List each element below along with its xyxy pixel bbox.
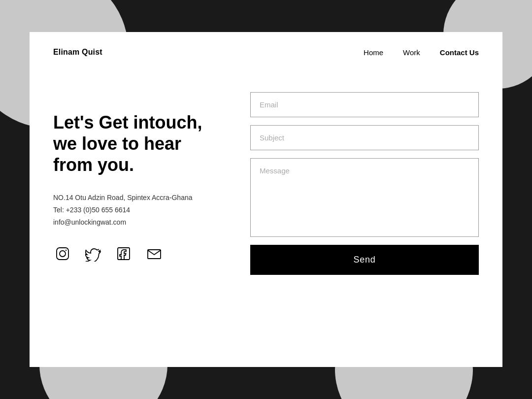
instagram-icon[interactable] — [53, 244, 72, 263]
navbar: Elinam Quist Home Work Contact Us — [30, 32, 502, 72]
nav-work[interactable]: Work — [403, 48, 420, 57]
headline: Let's Get intouch, we love to hear from … — [53, 112, 221, 176]
site-logo: Elinam Quist — [53, 48, 102, 57]
message-input[interactable] — [250, 158, 479, 237]
contact-address: NO.14 Otu Adzin Road, Spintex Accra-Ghan… — [53, 192, 221, 204]
page-content: Let's Get intouch, we love to hear from … — [30, 72, 502, 304]
nav-home[interactable]: Home — [364, 48, 383, 57]
nav-links: Home Work Contact Us — [364, 48, 479, 57]
nav-contact[interactable]: Contact Us — [440, 48, 479, 57]
svg-point-1 — [60, 251, 66, 257]
svg-rect-0 — [57, 248, 68, 260]
twitter-icon[interactable] — [84, 244, 102, 263]
main-card: Elinam Quist Home Work Contact Us Let's … — [30, 32, 502, 367]
subject-input[interactable] — [250, 125, 479, 150]
svg-point-2 — [66, 250, 66, 251]
contact-form: Send — [250, 92, 479, 275]
contact-details: NO.14 Otu Adzin Road, Spintex Accra-Ghan… — [53, 192, 221, 229]
social-icons — [53, 244, 221, 263]
left-section: Let's Get intouch, we love to hear from … — [53, 92, 221, 263]
email-icon[interactable] — [145, 244, 164, 263]
email-input[interactable] — [250, 92, 479, 117]
contact-email: info@unlockingwat.com — [53, 216, 221, 229]
send-button[interactable]: Send — [250, 245, 479, 275]
contact-tel: Tel: +233 (0)50 655 6614 — [53, 204, 221, 216]
facebook-icon[interactable] — [114, 244, 133, 263]
